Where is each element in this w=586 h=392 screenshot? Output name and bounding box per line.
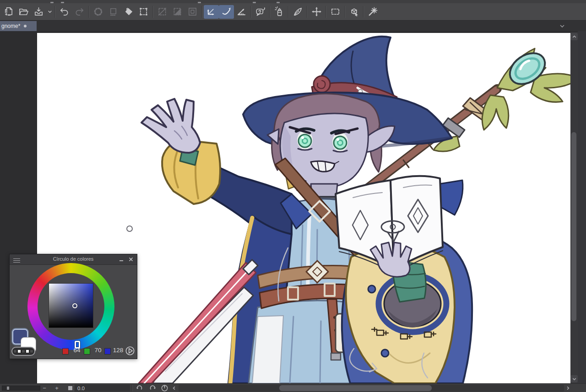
- rotation-angle-field[interactable]: 0.0: [74, 385, 130, 392]
- object-3d-icon[interactable]: [347, 5, 362, 19]
- snap-to-special-ruler-icon[interactable]: [219, 5, 234, 19]
- color-wheel-panel: Círculo de colores 64 70 128: [9, 254, 137, 359]
- blue-channel-swatch: [105, 349, 110, 354]
- save-icon[interactable]: [31, 5, 46, 19]
- toolbar-group-object3d: [347, 5, 362, 19]
- pen-icon[interactable]: [290, 5, 305, 19]
- toolbar-separator: [152, 6, 153, 18]
- rotate-cw-icon[interactable]: [148, 384, 157, 392]
- zoom-slider[interactable]: [2, 386, 40, 391]
- toolbar-separator: [363, 6, 364, 18]
- snap-to-ruler-icon[interactable]: [204, 5, 219, 19]
- tab-modified-dot: [24, 25, 27, 27]
- document-tabbar: gnome*: [0, 21, 586, 31]
- zoom-out-button[interactable]: −: [40, 384, 49, 392]
- scroll-up-chevron-icon[interactable]: [570, 33, 578, 40]
- new-file-icon[interactable]: [1, 5, 16, 19]
- toolbar-group-marquee: [328, 5, 343, 19]
- redo-icon[interactable]: [72, 5, 87, 19]
- undo-icon[interactable]: [57, 5, 72, 19]
- toolbar-group-edit: [91, 5, 151, 19]
- vertical-scrollbar[interactable]: [570, 32, 578, 383]
- navigation-statusbar: − + 0.0: [0, 383, 586, 392]
- document-tab-gnome[interactable]: gnome*: [0, 21, 37, 31]
- zoom-in-button[interactable]: +: [52, 384, 61, 392]
- rotate-ccw-icon[interactable]: [135, 384, 144, 392]
- panel-minimize-icon[interactable]: [118, 256, 125, 263]
- blue-channel-value: 128: [110, 347, 126, 354]
- tab-list-chevron-icon[interactable]: [559, 22, 566, 30]
- snap-to-grid-icon[interactable]: [234, 5, 249, 19]
- invert-selection-icon[interactable]: [170, 5, 185, 19]
- brush-cursor: [127, 226, 132, 231]
- help-icon[interactable]: [253, 5, 268, 19]
- toolbar-separator: [344, 6, 345, 18]
- move-icon[interactable]: [309, 5, 324, 19]
- save-options-chevron-icon[interactable]: [46, 5, 53, 19]
- toolbar-separator: [307, 6, 308, 18]
- toolbar-group-snap: [204, 5, 249, 19]
- toolbar-separator: [54, 6, 55, 18]
- fit-to-screen-button[interactable]: [66, 384, 74, 392]
- horizontal-scrollbar[interactable]: [179, 385, 564, 392]
- green-channel-swatch: [84, 349, 90, 354]
- scroll-down-chevron-icon[interactable]: [570, 375, 578, 382]
- screentone-icon[interactable]: [91, 5, 106, 19]
- open-file-icon[interactable]: [16, 5, 31, 19]
- toolbar-separator: [288, 6, 289, 18]
- toolbar-group-help: [253, 5, 268, 19]
- toolbar-separator: [250, 6, 251, 18]
- transparent-color-button[interactable]: [11, 347, 35, 356]
- horizontal-scroll-thumb[interactable]: [279, 385, 432, 391]
- paste-icon[interactable]: [106, 5, 121, 19]
- toolbar-group-selection: [155, 5, 200, 19]
- reset-rotation-icon[interactable]: [160, 384, 169, 392]
- toolbar-group-pen: [290, 5, 305, 19]
- sv-cursor[interactable]: [72, 303, 77, 308]
- fill-bucket-icon[interactable]: [121, 5, 136, 19]
- toolbar-group-file: [1, 5, 53, 19]
- red-channel-swatch: [63, 349, 68, 354]
- red-channel-value: 64: [69, 347, 85, 354]
- toolbar-separator: [269, 6, 270, 18]
- deselect-icon[interactable]: [155, 5, 170, 19]
- statusbar-divider: [132, 385, 133, 392]
- toolbar-group-move: [309, 5, 324, 19]
- toolbar-group-history: [57, 5, 87, 19]
- toolbar-group-autoselect: [365, 5, 380, 19]
- rotation-angle-value: 0.0: [77, 386, 85, 391]
- scroll-right-chevron-icon[interactable]: [564, 384, 571, 392]
- workspace-right-margin: [578, 31, 586, 383]
- toolbar-separator: [326, 6, 326, 18]
- airbrush-icon[interactable]: [271, 5, 287, 19]
- command-toolbar: [0, 3, 586, 21]
- tab-label: gnome*: [1, 23, 20, 29]
- marquee-icon[interactable]: [328, 5, 343, 19]
- selection-border-icon[interactable]: [185, 5, 200, 19]
- panel-close-icon[interactable]: [127, 256, 135, 263]
- saturation-value-square[interactable]: [49, 284, 93, 328]
- auto-select-icon[interactable]: [365, 5, 380, 19]
- green-channel-value: 70: [90, 347, 106, 354]
- zoom-slider-handle[interactable]: [7, 387, 9, 390]
- color-mode-toggle-icon[interactable]: [125, 346, 135, 357]
- frame-border-icon[interactable]: [136, 5, 151, 19]
- toolbar-group-airbrush: [271, 5, 287, 19]
- vertical-scroll-thumb[interactable]: [571, 132, 576, 321]
- clip-studio-window: gnome*: [0, 0, 586, 392]
- scroll-left-chevron-icon[interactable]: [171, 384, 177, 392]
- toolbar-separator: [88, 6, 89, 18]
- toolbar-separator: [201, 6, 202, 18]
- menu-strip-cropped: [0, 0, 586, 3]
